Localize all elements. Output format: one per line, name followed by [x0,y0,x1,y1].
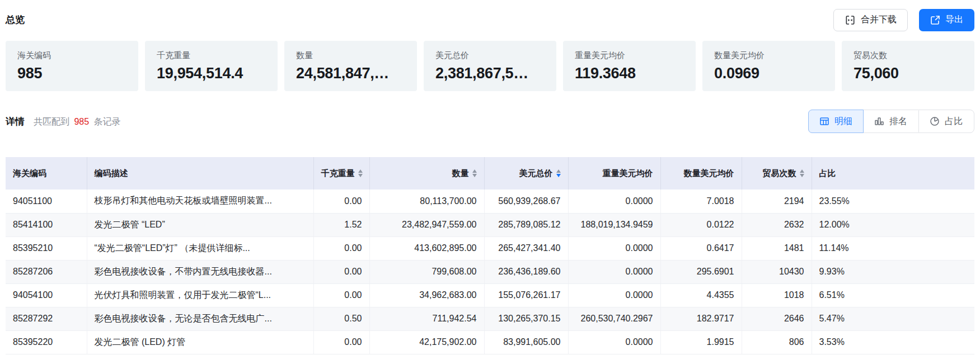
sort-icon[interactable] [358,169,363,177]
cell-usd-total: 285,789,085.12 [484,213,568,236]
column-label: 海关编码 [13,168,46,178]
cell-description: “发光二极管“LED”灯” （未提供详细标... [87,236,313,260]
card-value: 19,954,514.4 [157,65,266,82]
col-quantity[interactable]: 数量 [369,157,484,190]
cell-kg-weight: 1.52 [313,213,369,236]
merge-icon [845,15,856,26]
cell-kg-weight: 0.00 [313,190,369,213]
cell-share: 11.14% [812,236,974,260]
cell-quantity: 799,608.00 [369,260,484,283]
column-label: 重量美元均价 [603,168,653,178]
tab-share-label: 占比 [945,116,963,127]
card-label: 重量美元均价 [575,50,684,61]
match-suffix: 条记录 [94,117,121,126]
table-header-row: 海关编码 编码描述 千克重量 数量 美元总价 重量美元均价 数量美元均价 贸易次… [6,157,974,190]
cell-trade-count: 1018 [742,283,812,307]
cell-hs-code: 94051100 [6,190,87,213]
tab-share[interactable]: 占比 [918,110,974,132]
card-label: 海关编码 [17,50,126,61]
sort-icon[interactable] [800,169,804,177]
cell-description: 发光二极管 (LED) 灯管 [87,330,313,354]
cell-weight-usd-avg: 0.0000 [568,260,660,283]
page-title: 总览 [6,13,25,26]
card-value: 75,060 [854,65,963,82]
cell-qty-usd-avg: 4.4355 [660,283,742,307]
cell-qty-usd-avg: 0.0122 [660,213,742,236]
cell-share: 23.55% [812,190,974,213]
cell-share: 3.53% [812,330,974,354]
cell-quantity: 413,602,895.00 [369,236,484,260]
cell-description: 彩色电视接收设备，无论是否包含无线电广... [87,307,313,330]
cell-weight-usd-avg: 260,530,740.2967 [568,307,660,330]
cell-qty-usd-avg: 7.0018 [660,190,742,213]
col-usd-total[interactable]: 美元总价 [484,157,568,190]
tab-ranking-label: 排名 [889,116,907,127]
sort-icon[interactable] [472,169,477,177]
col-share: 占比 [812,157,974,190]
col-kg-weight[interactable]: 千克重量 [313,157,369,190]
cell-share: 5.47% [812,307,974,330]
table-row: 85395210 “发光二极管“LED”灯” （未提供详细标... 0.00 4… [6,236,974,260]
match-count: 985 [72,117,91,126]
ranking-icon [874,116,884,126]
summary-card-kg-weight: 千克重量 19,954,514.4 [145,41,278,91]
match-summary: 共匹配到 985 条记录 [34,116,121,128]
summary-card-usd-total: 美元总价 2,381,867,5… [424,41,556,91]
card-value: 24,581,847,… [296,65,405,82]
card-label: 千克重量 [157,50,266,61]
cell-quantity: 23,482,947,559.00 [369,213,484,236]
card-label: 贸易次数 [854,50,963,61]
cell-weight-usd-avg: 188,019,134.9459 [568,213,660,236]
column-label: 占比 [819,168,836,178]
cell-weight-usd-avg: 0.0000 [568,236,660,260]
cell-share: 9.93% [812,260,974,283]
card-value: 0.0969 [714,65,823,82]
summary-card-trade-count: 贸易次数 75,060 [842,41,974,91]
col-qty-usd-avg: 数量美元均价 [660,157,742,190]
export-icon [930,15,940,25]
detail-bar: 详情 共匹配到 985 条记录 明细 [6,109,974,134]
cell-description: 枝形吊灯和其他电动天花板或墙壁照明装置... [87,190,313,213]
card-label: 数量美元均价 [714,50,823,61]
column-label: 美元总价 [519,168,553,179]
cell-qty-usd-avg: 182.9717 [660,307,742,330]
summary-card-qty-usd-avg: 数量美元均价 0.0969 [702,41,835,91]
cell-description: 发光二极管 “LED” [87,213,313,236]
cell-kg-weight: 0.00 [313,330,369,354]
cell-description: 彩色电视接收设备，不带内置无线电接收器... [87,260,313,283]
col-hs-code: 海关编码 [6,157,87,190]
cell-usd-total: 83,991,605.00 [484,330,568,354]
top-bar: 总览 合并下载 [6,0,974,31]
cell-quantity: 34,962,683.00 [369,283,484,307]
cell-trade-count: 806 [742,330,812,354]
table-row: 85287206 彩色电视接收设备，不带内置无线电接收器... 0.00 799… [6,260,974,283]
cell-usd-total: 265,427,341.40 [484,236,568,260]
summary-card-quantity: 数量 24,581,847,… [284,41,417,91]
cell-hs-code: 85395210 [6,236,87,260]
summary-card-hs-code: 海关编码 985 [6,41,138,91]
merge-download-button[interactable]: 合并下载 [833,9,908,31]
table-row: 85414100 发光二极管 “LED” 1.52 23,482,947,559… [6,213,974,236]
table-row: 85395220 发光二极管 (LED) 灯管 0.00 42,175,902.… [6,330,974,354]
cell-kg-weight: 0.00 [313,260,369,283]
cell-hs-code: 85287292 [6,307,87,330]
cell-weight-usd-avg: 0.0000 [568,330,660,354]
cell-qty-usd-avg: 295.6901 [660,260,742,283]
table-icon [819,116,829,126]
card-label: 数量 [296,50,405,61]
detail-table: 海关编码 编码描述 千克重量 数量 美元总价 重量美元均价 数量美元均价 贸易次… [6,157,974,354]
summary-cards: 海关编码 985 千克重量 19,954,514.4 数量 24,581,847… [6,41,974,91]
col-trade-count[interactable]: 贸易次数 [742,157,812,190]
cell-trade-count: 2632 [742,213,812,236]
trade-data-page: 总览 合并下载 [0,0,980,354]
table-row: 85287292 彩色电视接收设备，无论是否包含无线电广... 0.50 711… [6,307,974,330]
cell-qty-usd-avg: 1.9915 [660,330,742,354]
export-button[interactable]: 导出 [919,9,974,31]
tab-detail[interactable]: 明细 [808,110,864,133]
sort-icon-desc-active[interactable] [556,169,561,177]
tab-ranking[interactable]: 排名 [864,110,918,132]
detail-table-wrap: 海关编码 编码描述 千克重量 数量 美元总价 重量美元均价 数量美元均价 贸易次… [6,157,974,354]
cell-qty-usd-avg: 0.6417 [660,236,742,260]
view-tab-group: 明细 排名 占比 [808,110,974,133]
cell-kg-weight: 0.00 [313,283,369,307]
